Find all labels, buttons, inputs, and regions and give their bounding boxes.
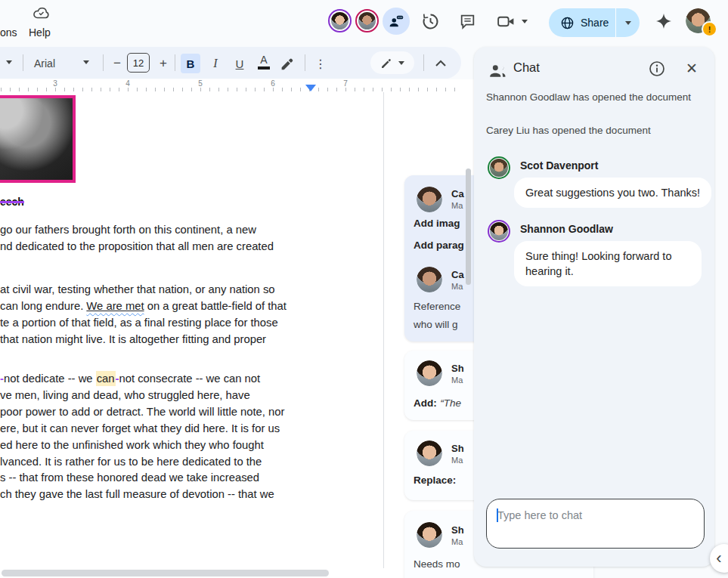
document-status-cloud-icon [32, 5, 51, 20]
chat-system-message: Carey Liu has opened the document [486, 125, 651, 136]
menu-item-help[interactable]: Help [29, 26, 51, 39]
collapse-toolbar-button[interactable] [432, 55, 450, 70]
history-icon [420, 11, 441, 32]
google-docs-window: ons Help Share [0, 0, 728, 578]
doc-text-segment: not consecrate -- we can not [119, 372, 260, 385]
comment-highlighted-text[interactable]: can [96, 371, 116, 386]
document-paragraph-3[interactable]: -not dedicate -- we can-not consecrate -… [0, 371, 284, 503]
toolbar-overflow-caret[interactable] [6, 60, 12, 64]
increase-font-size-button[interactable]: + [153, 54, 173, 73]
document-inline-image[interactable] [0, 95, 76, 183]
suggestion-action: Replace: [414, 474, 456, 486]
font-size-input[interactable]: 12 [127, 53, 150, 73]
toolbar-separator [423, 54, 424, 71]
collapse-side-panel-button[interactable]: ‹ [710, 544, 728, 573]
gemini-button[interactable] [655, 12, 673, 30]
chat-panel: Chat ✕ Shannon Goodlaw has opened the do… [474, 47, 714, 567]
doc-text-line: can long endure. We are met on a great b… [0, 298, 287, 315]
doc-text-line: lvanced. It is rather for us to be here … [0, 454, 284, 471]
bold-button[interactable]: B [181, 54, 200, 73]
comment-date: Ma [451, 282, 463, 292]
commenter-name: Ca [451, 188, 464, 199]
account-warning-badge: ! [702, 21, 717, 37]
chat-message-bubble: Sure thing! Looking forward to hearing i… [514, 241, 702, 286]
font-family-select[interactable]: Arial [34, 57, 55, 70]
doc-text-line: that nation might live. It is altogether… [0, 332, 287, 348]
comment-text: Needs mo [414, 558, 460, 570]
doc-text-line: ed here to the unfinished work which the… [0, 437, 284, 454]
comments-button[interactable] [458, 12, 477, 31]
more-toolbar-options-button[interactable]: ⋮ [311, 54, 330, 73]
collaborator-avatar-shannon[interactable] [328, 9, 352, 32]
pencil-icon [380, 57, 393, 70]
collaborator-avatar-carey[interactable] [355, 9, 379, 32]
text-color-swatch [258, 66, 270, 70]
chat-system-message: Shannon Goodlaw has opened the document [486, 91, 691, 103]
chevron-left-icon: ‹ [716, 550, 721, 567]
ruler-number: 4 [125, 79, 130, 88]
commenter-avatar [417, 440, 442, 466]
info-icon [648, 60, 666, 78]
document-horizontal-scrollbar[interactable] [2, 570, 329, 576]
chat-panel-title: Chat [513, 60, 540, 75]
comment-date: Ma [451, 537, 463, 547]
video-camera-icon [496, 12, 516, 31]
ruler-ticks [0, 88, 462, 91]
commenter-avatar [417, 522, 442, 548]
font-family-caret [83, 60, 89, 64]
suggestion-text: Add parag [414, 240, 464, 251]
ruler: 3 4 5 6 7 [0, 79, 462, 92]
menu-item-extensions[interactable]: ons [0, 26, 17, 39]
chat-message-bubble: Great suggestions you two. Thanks! [514, 178, 711, 208]
avatar [358, 12, 376, 29]
chat-message-author: Scot Davenport [520, 159, 598, 172]
decrease-font-size-button[interactable]: − [107, 54, 127, 73]
comment-date: Ma [451, 456, 463, 465]
doc-text-line: ve men, living and dead, who struggled h… [0, 388, 284, 404]
chat-avatar-shannon [488, 220, 510, 243]
font-family-value: Arial [34, 57, 55, 70]
globe-icon [560, 16, 575, 30]
doc-text-segment: not dedicate -- we [4, 372, 96, 385]
doc-text-line: at civil war, testing whether that natio… [0, 282, 287, 298]
ruler-indent-marker[interactable] [305, 85, 316, 91]
doc-text-line: -not dedicate -- we can-not consecrate -… [0, 371, 284, 388]
suggestion-text: Add: “The [414, 396, 461, 410]
commenter-avatar [417, 360, 442, 386]
spellcheck-marked-text: We are met [86, 300, 144, 312]
chat-people-icon [488, 61, 507, 81]
chat-info-button[interactable] [648, 60, 666, 78]
doc-text-line: te a portion of that field, as a final r… [0, 315, 287, 332]
highlight-color-button[interactable] [280, 55, 296, 71]
share-button[interactable]: Share [549, 16, 615, 30]
commenter-avatar [417, 267, 442, 292]
highlighter-pen-icon [280, 55, 296, 71]
editing-mode-button[interactable] [370, 51, 414, 74]
italic-button[interactable]: I [206, 54, 225, 73]
suggestion-quote: “The [440, 397, 461, 409]
meet-video-call-button[interactable] [496, 12, 516, 31]
doc-text-line: nd dedicated to the proposition that all… [0, 239, 274, 255]
document-heading-fragment[interactable]: eech [0, 196, 24, 208]
document-paragraph-2[interactable]: at civil war, testing whether that natio… [0, 282, 287, 348]
chat-input[interactable] [486, 499, 705, 549]
ruler-number: 6 [271, 79, 275, 88]
document-vertical-scrollbar[interactable] [466, 168, 471, 285]
comment-text: Reference [414, 301, 460, 312]
ruler-number: 3 [53, 79, 57, 88]
video-call-dropdown-caret[interactable] [522, 20, 528, 23]
chat-avatar-scot [488, 156, 510, 179]
share-dropdown-button[interactable] [616, 8, 640, 37]
text-color-button[interactable]: A [254, 52, 274, 72]
join-call-person-chat-button[interactable] [383, 8, 410, 35]
ruler-number: 7 [343, 79, 348, 88]
share-button-group: Share [549, 8, 640, 37]
editing-mode-caret [398, 61, 404, 65]
comment-date: Ma [451, 376, 463, 385]
version-history-button[interactable] [420, 11, 441, 32]
chat-close-button[interactable]: ✕ [683, 59, 701, 77]
suggestion-action: Add: [414, 397, 437, 409]
document-paragraph-1[interactable]: go our fathers brought forth on this con… [0, 222, 274, 255]
underline-button[interactable]: U [230, 54, 249, 73]
doc-text-line: s -- that from these honored dead we tak… [0, 470, 284, 487]
